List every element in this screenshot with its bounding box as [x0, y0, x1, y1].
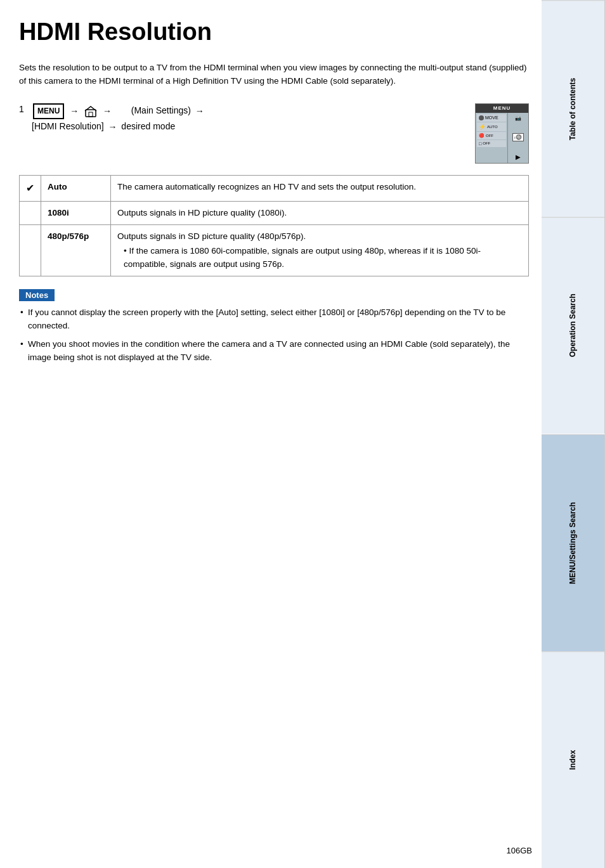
instruction-col: MENU → → φ𝑇 (Main Sett: [32, 103, 462, 134]
instruction-text: MENU → → φ𝑇 (Main Sett: [32, 103, 462, 134]
480p-bullet-item: If the camera is 1080 60i-compatible, si…: [124, 245, 522, 271]
1080i-label-cell: 1080i: [41, 201, 111, 224]
arrow-2: →: [103, 106, 112, 116]
svg-rect-1: [89, 112, 93, 117]
sidebar-tab-menu[interactable]: MENU/Settings Search: [542, 434, 605, 651]
1080i-desc-cell: Outputs signals in HD picture quality (1…: [111, 201, 529, 224]
resolution-table: ✔ Auto The camera automatically recogniz…: [19, 175, 529, 276]
page-number: 106GB: [507, 846, 532, 855]
instruction-row: 1 MENU → → φ𝑇: [19, 103, 529, 164]
arrow-1: →: [70, 106, 79, 116]
notes-item-1: If you cannot display the screen properl…: [19, 306, 529, 333]
table-row-480p: 480p/576p Outputs signals in SD picture …: [20, 225, 529, 276]
main-settings-icon: φ𝑇: [117, 106, 127, 117]
480p-bullet-list: If the camera is 1080 60i-compatible, si…: [117, 245, 522, 271]
main-content: HDMI Resolution Sets the resolution to b…: [19, 0, 529, 395]
svg-rect-0: [86, 110, 96, 117]
settings-icon: [84, 106, 97, 117]
camera-diagram-col: MENU MOVE ⚡AUTO 🔴OFF: [475, 103, 529, 164]
notes-section: Notes If you cannot display the screen p…: [19, 289, 529, 365]
1080i-icon-cell: [20, 201, 41, 224]
sidebar-tab-operation[interactable]: Operation Search: [542, 217, 605, 434]
table-row-1080i: 1080i Outputs signals in HD picture qual…: [20, 201, 529, 224]
menu-icon: MENU: [33, 103, 64, 119]
notes-badge: Notes: [19, 289, 55, 301]
480p-label-cell: 480p/576p: [41, 225, 111, 276]
auto-label-cell: Auto: [41, 175, 111, 201]
sidebar: Table of contents Operation Search MENU/…: [542, 0, 605, 868]
svg-text:φ𝑇: φ𝑇: [117, 107, 127, 117]
auto-desc-cell: The camera automatically recognizes an H…: [111, 175, 529, 201]
sidebar-tab-index[interactable]: Index: [542, 651, 605, 868]
notes-list: If you cannot display the screen properl…: [19, 306, 529, 365]
step-number: 1: [19, 103, 32, 114]
arrow-3: →: [195, 106, 204, 116]
480p-desc-cell: Outputs signals in SD picture quality (4…: [111, 225, 529, 276]
sidebar-tab-toc[interactable]: Table of contents: [542, 0, 605, 217]
table-row-auto: ✔ Auto The camera automatically recogniz…: [20, 175, 529, 201]
description: Sets the resolution to be output to a TV…: [19, 61, 529, 88]
page-title: HDMI Resolution: [19, 19, 529, 46]
auto-icon-cell: ✔: [20, 175, 41, 201]
480p-icon-cell: [20, 225, 41, 276]
arrow-4: →: [108, 122, 117, 132]
notes-item-2: When you shoot movies in the condition w…: [19, 338, 529, 365]
